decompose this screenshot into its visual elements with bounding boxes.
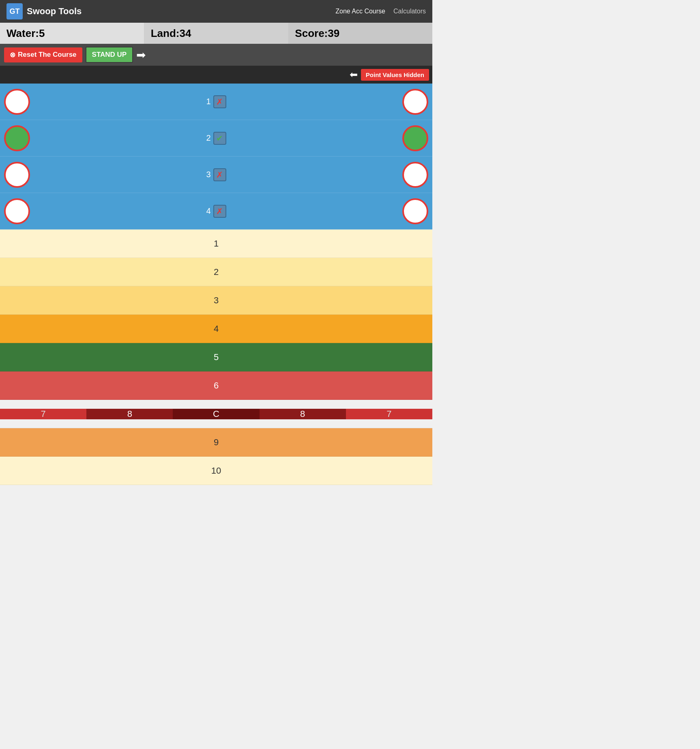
circle-indicator-3-right[interactable] — [402, 162, 428, 188]
zone-7-left[interactable]: 7 — [0, 409, 86, 419]
circle-indicator-4-right[interactable] — [402, 198, 428, 224]
zone-8-left[interactable]: 8 — [86, 409, 173, 419]
row-number-area-1: 1 ✗ — [30, 95, 402, 108]
row-number-area-4: 4 ✗ — [30, 205, 402, 218]
land-zone-5[interactable]: 5 — [0, 343, 432, 371]
point-values-button[interactable]: Point Values Hidden — [361, 69, 429, 81]
app-title: Swoop Tools — [27, 6, 82, 17]
zone-center[interactable]: C — [173, 409, 259, 419]
header-nav: Zone Acc Course Calculators — [335, 8, 426, 15]
circle-indicator-4[interactable] — [4, 198, 30, 224]
water-row-4: 4 ✗ — [0, 193, 432, 230]
secondary-bar: ⬅ Point Values Hidden — [0, 66, 432, 84]
nav-zone-acc-course[interactable]: Zone Acc Course — [335, 8, 385, 15]
water-score: Water:5 — [0, 23, 144, 44]
x-circle-icon: ⊗ — [10, 51, 15, 59]
check-box-2[interactable]: ✔ — [213, 132, 226, 145]
stand-up-button[interactable]: STAND UP — [86, 47, 133, 63]
land-zone-4[interactable]: 4 — [0, 315, 432, 343]
score-bar: Water:5 Land:34 Score:39 — [0, 23, 432, 44]
row-label-4: 4 ✗ — [206, 205, 226, 218]
water-section: 1 ✗ 2 ✔ 3 ✗ 4 — [0, 84, 432, 230]
zone-8-right[interactable]: 8 — [260, 409, 346, 419]
circle-indicator-3[interactable] — [4, 162, 30, 188]
row-number-area-3: 3 ✗ — [30, 168, 402, 181]
row-label-1: 1 ✗ — [206, 95, 226, 108]
circle-indicator-1[interactable] — [4, 89, 30, 115]
row-label-2: 2 ✔ — [206, 132, 226, 145]
controls-bar: ⊗ Reset The Course STAND UP ➡ — [0, 44, 432, 66]
land-zone-9[interactable]: 9 — [0, 428, 432, 457]
arrow-left-icon[interactable]: ⬅ — [350, 69, 358, 80]
row-number-area-2: 2 ✔ — [30, 132, 402, 145]
check-box-1[interactable]: ✗ — [213, 95, 226, 108]
land-score: Land:34 — [144, 23, 289, 44]
water-row-3: 3 ✗ — [0, 157, 432, 193]
header-left: GT Swoop Tools — [6, 3, 82, 19]
row-label-3: 3 ✗ — [206, 168, 226, 181]
circle-indicator-2[interactable] — [4, 125, 30, 151]
circle-indicator-2-right[interactable] — [402, 125, 428, 151]
check-box-4[interactable]: ✗ — [213, 205, 226, 218]
water-row-2: 2 ✔ — [0, 120, 432, 157]
check-box-3[interactable]: ✗ — [213, 168, 226, 181]
header: GT Swoop Tools Zone Acc Course Calculato… — [0, 0, 432, 23]
arrow-right-icon[interactable]: ➡ — [136, 48, 146, 62]
land-zone-6[interactable]: 6 — [0, 371, 432, 400]
circle-indicator-1-right[interactable] — [402, 89, 428, 115]
water-row-1: 1 ✗ — [0, 84, 432, 120]
logo-icon: GT — [6, 3, 23, 19]
land-zone-1[interactable]: 1 — [0, 230, 432, 258]
total-score: Score:39 — [288, 23, 432, 44]
land-zone-10[interactable]: 10 — [0, 457, 432, 485]
land-zone-3[interactable]: 3 — [0, 286, 432, 315]
zone-7-right[interactable]: 7 — [346, 409, 432, 419]
reset-button[interactable]: ⊗ Reset The Course — [4, 47, 82, 62]
land-zone-2[interactable]: 2 — [0, 258, 432, 286]
nav-calculators[interactable]: Calculators — [393, 8, 426, 15]
land-zone-center-row: 7 8 C 8 7 — [0, 400, 432, 428]
